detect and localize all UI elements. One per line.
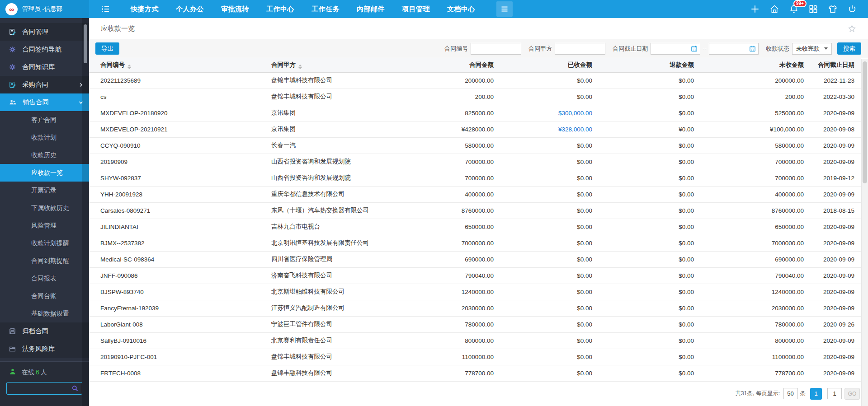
- cell-amount: 778700.00: [401, 365, 496, 381]
- calendar-icon[interactable]: [749, 45, 756, 52]
- table-row[interactable]: cs盘锦丰城科技有限公司200.00$0.00$0.00200.002022-0…: [89, 89, 861, 105]
- table-row[interactable]: MXDEVELOP-20180920京讯集团825000.00$300,000.…: [89, 105, 861, 121]
- table-row[interactable]: JILINDIANTAI吉林九台市电视台650000.00$0.00$0.006…: [89, 219, 861, 235]
- sidebar-item[interactable]: 风险管理: [0, 217, 89, 234]
- table-row[interactable]: SHYW-092837山西省投资咨询和发展规划院700000.00$0.00$0…: [89, 170, 861, 186]
- apps-grid-icon[interactable]: [808, 4, 818, 14]
- party-input[interactable]: [555, 43, 605, 55]
- cell-no: LaborGiant-008: [89, 316, 265, 332]
- table-row[interactable]: FancyEternal-192039江苏恒义汽配制造有限公司2030000.0…: [89, 300, 861, 316]
- table-row[interactable]: 20190909山西省投资咨询和发展规划院700000.00$0.00$0.00…: [89, 154, 861, 170]
- topnav-item[interactable]: 项目管理: [393, 0, 439, 18]
- sidebar-item[interactable]: 客户合同: [0, 111, 89, 129]
- cell-deadline: 2020-09-09: [806, 267, 861, 284]
- table-scrollbar[interactable]: [861, 59, 868, 406]
- sidebar-scrollbar[interactable]: [82, 18, 89, 406]
- topnav-item[interactable]: 工作中心: [258, 0, 303, 18]
- column-header-party[interactable]: 合同甲方: [265, 58, 401, 72]
- table-scrollbar-thumb[interactable]: [863, 61, 867, 183]
- favorite-star-icon[interactable]: [848, 24, 856, 33]
- cell-refund: $0.00: [594, 154, 696, 170]
- export-button[interactable]: 导出: [95, 42, 119, 55]
- table-row[interactable]: 202211235689盘锦丰城科技有限公司200000.00$0.00$0.0…: [89, 72, 861, 89]
- cell-no: JILINDIANTAI: [89, 219, 265, 235]
- cell-received[interactable]: $300,000.00: [496, 105, 594, 121]
- receivables-table: 合同编号合同甲方合同金额已收金额退款金额未收金额合同截止日期 202211235…: [89, 58, 861, 382]
- theme-shirt-icon[interactable]: [828, 4, 838, 14]
- page-size-input[interactable]: [783, 388, 798, 399]
- deadline-end-input[interactable]: [709, 45, 749, 52]
- sidebar-item[interactable]: 收款计划: [0, 129, 89, 146]
- cell-unreceived: 700000.00: [696, 170, 806, 186]
- search-button[interactable]: 搜索: [837, 42, 861, 55]
- plus-icon[interactable]: [750, 4, 760, 14]
- more-menu-icon[interactable]: [496, 1, 513, 17]
- table-row[interactable]: CCYQ-090910长春一汽580000.00$0.00$0.00580000…: [89, 137, 861, 154]
- sidebar-item[interactable]: 应收款一览: [0, 164, 89, 182]
- sidebar-item[interactable]: 合同报表: [0, 270, 89, 287]
- cell-deadline: 2020-09-09: [806, 105, 861, 121]
- deadline-start-input[interactable]: [651, 45, 691, 52]
- table-row[interactable]: FRTECH-0008盘锦丰融科技有限公司778700.00$0.00$0.00…: [89, 365, 861, 381]
- table-row[interactable]: Carsales-0809271东风（十堰）汽车热交换器有限公司8760000.…: [89, 202, 861, 219]
- sidebar-item[interactable]: 基础数据设置: [0, 305, 89, 322]
- sidebar-item[interactable]: 归档合同: [0, 322, 89, 340]
- goto-page-input[interactable]: [827, 388, 842, 399]
- table-row[interactable]: BJSPW-893740北京斯堪帕维科技有限公司1240000.00$0.00$…: [89, 284, 861, 300]
- sidebar-item[interactable]: 开票记录: [0, 182, 89, 199]
- go-button[interactable]: GO: [844, 388, 860, 400]
- topnav-item[interactable]: 文档中心: [439, 0, 484, 18]
- topnav-item[interactable]: 快捷方式: [122, 0, 167, 18]
- sort-icon[interactable]: [127, 65, 131, 69]
- table-row[interactable]: YHH-20091928重庆华都信息技术有限公司400000.00$0.00$0…: [89, 186, 861, 202]
- table-row[interactable]: MXDEVELOP-20210921京讯集团¥428000.00¥328,000…: [89, 121, 861, 137]
- table-row[interactable]: SallyBJ-0910016北京赛利有限责任公司800000.00$0.00$…: [89, 332, 861, 349]
- sidebar-item[interactable]: 合同签约导航: [0, 41, 89, 58]
- cell-amount: 200000.00: [401, 72, 496, 89]
- cell-unreceived: 1100000.00: [696, 349, 806, 365]
- main-panel: 应收款一览 导出 合同编号 合同甲方 合同截止日期: [89, 18, 868, 406]
- page-number-button[interactable]: 1: [810, 388, 822, 400]
- table-row[interactable]: BJMX--2537382北京明讯恒基科技发展有限责任公司7000000.00$…: [89, 235, 861, 251]
- table-row[interactable]: 20190910-PJFC-001盘锦丰城科技有限公司1100000.00$0.…: [89, 349, 861, 365]
- sidebar-item-label: 收款历史: [31, 151, 57, 159]
- topnav-item[interactable]: 审批流转: [212, 0, 258, 18]
- sidebar-item-label: 合同管理: [22, 28, 48, 36]
- home-icon[interactable]: [769, 4, 779, 14]
- cell-received: $0.00: [496, 300, 594, 316]
- sidebar-item[interactable]: 收款历史: [0, 146, 89, 164]
- table-row[interactable]: LaborGiant-008宁波巨工管件有限公司780000.00$0.00$0…: [89, 316, 861, 332]
- calendar-icon[interactable]: [691, 45, 698, 52]
- cell-refund: $0.00: [594, 349, 696, 365]
- sidebar-item[interactable]: 合同知识库: [0, 58, 89, 76]
- sidebar-search-input[interactable]: [7, 385, 71, 392]
- contract-no-input[interactable]: [471, 43, 521, 55]
- topnav-item[interactable]: 工作任务: [303, 0, 348, 18]
- column-header-no[interactable]: 合同编号: [89, 58, 265, 72]
- table-row[interactable]: Medical-SC-098364四川省医疗保险管理局690000.00$0.0…: [89, 251, 861, 267]
- sidebar-item[interactable]: 销售合同: [0, 93, 89, 111]
- sidebar-item[interactable]: 合同到期提醒: [0, 252, 89, 270]
- cell-received[interactable]: ¥328,000.00: [496, 121, 594, 137]
- cell-party: 四川省医疗保险管理局: [265, 251, 401, 267]
- sidebar-item[interactable]: 收款计划提醒: [0, 234, 89, 252]
- bell-icon[interactable]: 99+: [789, 4, 799, 14]
- column-header-deadline: 合同截止日期: [806, 58, 861, 72]
- sidebar-scrollbar-thumb[interactable]: [84, 24, 87, 63]
- company-logo-icon: ∞: [5, 3, 18, 15]
- sidebar-item[interactable]: 合同管理: [0, 23, 89, 41]
- sidebar-item[interactable]: 合同台账: [0, 287, 89, 305]
- status-select[interactable]: 未收完款: [792, 43, 832, 55]
- sidebar-item[interactable]: 法务风险库: [0, 340, 89, 358]
- power-icon[interactable]: [847, 4, 857, 14]
- table-row[interactable]: JNFF-090086济南奋飞科技有限公司790040.00$0.00$0.00…: [89, 267, 861, 284]
- cell-received: $0.00: [496, 235, 594, 251]
- sidebar-item[interactable]: 采购合同: [0, 76, 89, 93]
- sort-icon[interactable]: [298, 65, 302, 69]
- topnav-item[interactable]: 个人办公: [167, 0, 212, 18]
- sidebar-item[interactable]: 下属收款历史: [0, 199, 89, 217]
- search-icon[interactable]: [71, 385, 79, 392]
- sidebar-item-label: 合同到期提醒: [31, 257, 69, 265]
- topnav-item[interactable]: 内部邮件: [348, 0, 393, 18]
- collapse-menu-icon[interactable]: [100, 4, 110, 14]
